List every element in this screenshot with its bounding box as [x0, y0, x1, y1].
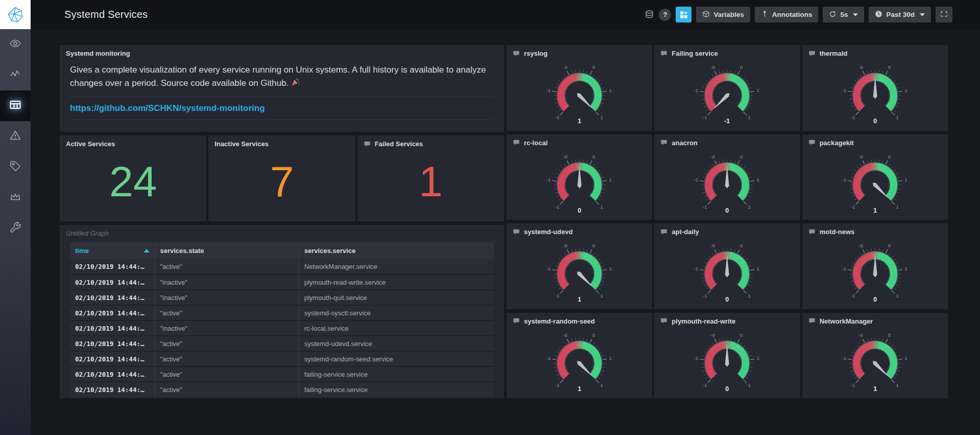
- cell-time: 02/10/2019 14:44:…: [70, 320, 155, 336]
- svg-text:-1: -1: [555, 383, 559, 388]
- services-table: time services.state services.service 02/…: [70, 242, 494, 397]
- sidebar-item-eye[interactable]: [0, 29, 31, 60]
- panel-title[interactable]: Inactive Services: [214, 140, 269, 148]
- panel-title[interactable]: systemd-random-seed: [524, 317, 595, 325]
- panel-title[interactable]: Untitled Graph: [66, 230, 109, 237]
- svg-text:-1: -1: [555, 204, 559, 210]
- svg-text:0: 0: [592, 333, 595, 338]
- svg-text:-1: -1: [851, 383, 855, 388]
- help-icon[interactable]: ?: [659, 9, 671, 21]
- panel-title[interactable]: thermald: [820, 50, 848, 57]
- svg-text:0: 0: [888, 333, 891, 338]
- svg-text:1: 1: [748, 383, 751, 388]
- panel-title[interactable]: anacron: [672, 139, 698, 147]
- panel-title[interactable]: plymouth-read-write: [672, 317, 735, 325]
- svg-text:0: 0: [888, 65, 891, 70]
- svg-text:1: 1: [757, 88, 759, 93]
- github-link[interactable]: https://github.com/SCHKN/systemd-monitor…: [70, 103, 265, 113]
- sort-asc-icon: [144, 249, 150, 253]
- column-header-time[interactable]: time: [70, 242, 155, 259]
- table-panel: Untitled Graph time services.state servi…: [60, 225, 504, 398]
- svg-text:-1: -1: [851, 293, 855, 299]
- refresh-button[interactable]: 5s: [823, 7, 864, 22]
- refresh-interval-label: 5s: [840, 11, 848, 18]
- cell-state: "active": [155, 259, 299, 274]
- gauge: -1-1-0011 0: [826, 59, 924, 128]
- panel-title[interactable]: packagekit: [820, 139, 854, 147]
- svg-text:0: 0: [592, 65, 595, 70]
- panel-title[interactable]: apt-daily: [672, 228, 699, 236]
- table-row: 02/10/2019 14:44:…"active"systemd-random…: [70, 351, 494, 367]
- svg-text:1: 1: [904, 356, 907, 361]
- panel-title[interactable]: NetworkManager: [820, 317, 873, 325]
- svg-text:0: 0: [726, 385, 729, 393]
- refresh-icon: [829, 10, 836, 19]
- svg-text:0: 0: [873, 118, 877, 125]
- table-row: 02/10/2019 14:44:…"active"failing-servic…: [70, 367, 494, 382]
- eye-icon: [9, 37, 21, 52]
- annotations-button[interactable]: Annotations: [755, 7, 819, 22]
- svg-text:-1: -1: [703, 383, 707, 388]
- panel-title[interactable]: systemd-udevd: [524, 228, 572, 236]
- add-panel-button[interactable]: [676, 7, 691, 22]
- gauge: -1-1-0011 0: [678, 149, 776, 217]
- table-row: 02/10/2019 14:44:…"inactive"plymouth-qui…: [70, 290, 494, 305]
- svg-text:-1: -1: [842, 266, 846, 271]
- time-range-button[interactable]: Past 30d: [869, 7, 931, 22]
- svg-text:0: 0: [740, 154, 743, 159]
- cell-time: 02/10/2019 14:44:…: [70, 382, 155, 397]
- panel-title[interactable]: rc-local: [524, 139, 547, 147]
- grafana-logo[interactable]: [0, 0, 31, 29]
- svg-text:-0: -0: [711, 333, 715, 338]
- svg-text:-1: -1: [555, 293, 559, 299]
- svg-text:0: 0: [888, 243, 891, 248]
- stat-panel-inactive-services: Inactive Services 7: [208, 135, 355, 221]
- wrench-icon: [9, 221, 21, 236]
- panel-title[interactable]: Failing service: [672, 50, 718, 57]
- cell-service: failing-service.service: [299, 382, 494, 397]
- column-header-state[interactable]: services.state: [155, 242, 299, 259]
- datasource-icon[interactable]: [644, 10, 654, 19]
- stat-value: 7: [208, 150, 355, 221]
- svg-text:0: 0: [578, 207, 581, 214]
- column-header-service[interactable]: services.service: [299, 242, 494, 259]
- sidebar-item-metrics[interactable]: [0, 60, 31, 90]
- stat-value: 24: [60, 150, 206, 221]
- gauge: -1-1-0011 1: [826, 327, 924, 396]
- cell-time: 02/10/2019 14:44:…: [70, 274, 155, 290]
- gauge-panel-systemd-udevd: systemd-udevd -1-1-0011 1: [507, 223, 652, 309]
- panel-title[interactable]: rsyslog: [524, 50, 547, 57]
- sidebar-item-tags[interactable]: [0, 152, 31, 182]
- panel-title[interactable]: Active Services: [66, 140, 115, 148]
- panel-description-icon: [364, 141, 371, 148]
- svg-text:1: 1: [904, 177, 907, 182]
- pin-icon: [761, 10, 769, 19]
- tv-mode-button[interactable]: [936, 7, 952, 22]
- cell-service: plymouth-read-write.service: [299, 274, 494, 290]
- svg-text:1: 1: [609, 177, 612, 182]
- svg-text:-0: -0: [563, 154, 567, 159]
- table-row: 02/10/2019 14:44:…"inactive"rc-local.ser…: [70, 320, 494, 336]
- svg-text:1: 1: [601, 115, 603, 120]
- gauge-grid: rsyslog -1-1-0011 1 Failing service -1-1…: [507, 45, 948, 398]
- table-row: 02/10/2019 14:44:…"active"systemd-udevd.…: [70, 336, 494, 351]
- top-navbar: Systemd Services ?: [31, 0, 980, 29]
- panel-title[interactable]: Systemd monitoring: [66, 50, 130, 57]
- cell-state: "active": [155, 382, 299, 397]
- svg-text:1: 1: [873, 207, 877, 214]
- sidebar-item-settings[interactable]: [0, 213, 31, 244]
- variables-button[interactable]: Variables: [696, 7, 750, 22]
- annotations-label: Annotations: [772, 11, 812, 18]
- sidebar-item-dashboards[interactable]: [0, 90, 31, 121]
- panel-title[interactable]: Failed Services: [375, 140, 423, 148]
- svg-text:1: 1: [609, 356, 612, 361]
- clock-icon: [875, 10, 882, 19]
- sidebar-item-alerting[interactable]: [0, 121, 31, 152]
- gauge: -1-1-0011 1: [531, 59, 628, 128]
- svg-text:-0: -0: [859, 243, 863, 248]
- party-popper-emoji: [291, 78, 300, 91]
- gauge-panel-thermald: thermald -1-1-0011 0: [802, 45, 948, 131]
- svg-text:1: 1: [748, 204, 751, 210]
- sidebar-item-crown[interactable]: [0, 182, 31, 213]
- panel-title[interactable]: motd-news: [820, 228, 855, 236]
